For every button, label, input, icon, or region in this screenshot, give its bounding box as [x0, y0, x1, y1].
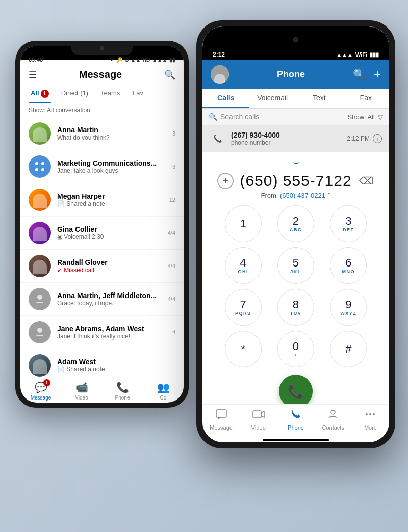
- conv-info: Marketing Communications... Jane: take a…: [57, 159, 166, 174]
- nav-video[interactable]: 📹 Video: [61, 381, 102, 401]
- key-4[interactable]: 4 GHI: [225, 247, 262, 284]
- phone1-device: 09:48 ✓ 🔑 ⊖ ▲▲ HD ▲▲▲ ▮▮ ☰ Message 🔍 All…: [15, 41, 189, 408]
- conv-info: Anna Martin, Jeff Middleton... Grace: to…: [57, 291, 162, 307]
- svg-point-3: [41, 168, 44, 171]
- phone2-bottom-nav: Message Video Phone Contacts: [202, 404, 389, 437]
- svg-point-2: [35, 168, 38, 171]
- search-placeholder: Search calls: [220, 113, 259, 121]
- conv-info: Jane Abrams, Adam West Jane: I think it'…: [57, 325, 166, 340]
- key-hash[interactable]: #: [330, 331, 367, 367]
- nav-message[interactable]: 💬 1 Message: [20, 381, 61, 401]
- tab-calls[interactable]: Calls: [202, 89, 249, 108]
- search-icon[interactable]: 🔍: [164, 69, 175, 81]
- add-icon[interactable]: +: [374, 67, 381, 82]
- avatar: [29, 155, 51, 178]
- list-item[interactable]: Adam West 📄 Shared a note: [20, 349, 184, 377]
- search-icon[interactable]: 🔍: [353, 68, 366, 81]
- wifi-icon: WiFi: [355, 51, 367, 58]
- contacts-icon: 👥: [157, 381, 170, 393]
- phone2-status-icons: ▲▲▲ WiFi ▮▮▮: [336, 51, 379, 58]
- add-to-call-button[interactable]: +: [217, 173, 234, 189]
- key-0[interactable]: 0 +: [277, 331, 314, 367]
- message-nav-icon: [215, 409, 227, 423]
- phone1-app-title: Message: [79, 69, 122, 81]
- checkmark-icon: ✓: [110, 57, 114, 63]
- phone1-screen: 09:48 ✓ 🔑 ⊖ ▲▲ HD ▲▲▲ ▮▮ ☰ Message 🔍 All…: [20, 46, 184, 403]
- nav-phone[interactable]: 📞 Phone: [102, 381, 143, 401]
- key-5[interactable]: 5 JKL: [277, 247, 314, 284]
- wifi-icon: ▲▲: [131, 57, 141, 63]
- tab-fav[interactable]: Fav: [130, 85, 145, 103]
- avatar: [29, 288, 51, 310]
- show-conversations-bar: Show: All conversation: [20, 103, 184, 117]
- key-2[interactable]: 2 ABC: [277, 205, 314, 242]
- list-item[interactable]: Jane Abrams, Adam West Jane: I think it'…: [20, 316, 184, 349]
- key-8[interactable]: 8 TUV: [277, 289, 314, 326]
- video-icon: 📹: [75, 381, 88, 393]
- list-item[interactable]: Marketing Communications... Jane: take a…: [20, 150, 184, 183]
- nav-video[interactable]: Video: [240, 409, 277, 431]
- phone2-app-title: Phone: [277, 69, 305, 80]
- keypad: 1 2 ABC 3 DEF 4 GHI 5 JKL: [219, 205, 372, 367]
- key-9[interactable]: 9 WXYZ: [330, 289, 367, 326]
- dialer-number-row: + (650) 555-7122 ⌫: [211, 172, 381, 190]
- call-info: (267) 930-4000 phone number: [231, 131, 347, 146]
- key-1[interactable]: 1: [225, 205, 262, 242]
- nav-phone[interactable]: Phone: [277, 409, 314, 431]
- more-nav-icon: [365, 409, 376, 423]
- key-3[interactable]: 3 DEF: [330, 205, 367, 242]
- nav-contacts[interactable]: 👥 Co: [143, 381, 184, 401]
- call-button-wrap: 📞: [279, 375, 313, 404]
- nav-contacts[interactable]: Contacts: [315, 409, 352, 431]
- nav-message[interactable]: Message: [202, 409, 240, 431]
- phone1-status-icons: ✓ 🔑 ⊖ ▲▲ HD ▲▲▲ ▮▮: [110, 57, 175, 63]
- avatar: [29, 222, 51, 244]
- call-direction-icon: [210, 130, 226, 147]
- phone-icon: 📞: [116, 381, 129, 393]
- phone2-camera: [293, 37, 298, 42]
- show-all-filter[interactable]: Show: All ▽: [348, 113, 383, 121]
- list-item[interactable]: Gina Collier ◉ Voicemail 2:30 4/4: [20, 217, 184, 250]
- svg-point-1: [41, 162, 44, 165]
- svg-rect-7: [253, 411, 261, 418]
- avatar: [29, 321, 51, 343]
- signal-icon: ▲▲▲: [152, 57, 167, 63]
- tab-direct[interactable]: Direct (1): [59, 85, 90, 103]
- message-icon: 💬 1: [35, 381, 47, 393]
- key-6[interactable]: 6 MNO: [330, 247, 367, 284]
- nav-more[interactable]: More: [352, 409, 389, 431]
- search-input-area[interactable]: 🔍 Search calls: [209, 113, 259, 121]
- tab-fax[interactable]: Fax: [343, 89, 390, 108]
- call-timestamp: 2:12 PM: [347, 135, 370, 142]
- phone2-header: Phone 🔍 +: [202, 60, 389, 89]
- dial-call-button[interactable]: 📞: [279, 375, 313, 404]
- phone1-header: ☰ Message 🔍: [20, 65, 184, 85]
- backspace-button[interactable]: ⌫: [358, 173, 374, 189]
- tab-teams[interactable]: Teams: [98, 85, 122, 103]
- battery-icon: ▮▮▮: [370, 51, 379, 58]
- phone2-tabs: Calls Voicemail Text Fax: [202, 89, 389, 109]
- phone2-device: 2:12 ▲▲▲ WiFi ▮▮▮ Phone 🔍 +: [196, 20, 395, 448]
- info-icon[interactable]: i: [373, 134, 382, 143]
- call-log-item[interactable]: (267) 930-4000 phone number 2:12 PM i: [202, 125, 389, 152]
- svg-point-4: [37, 295, 42, 300]
- key-star[interactable]: *: [225, 331, 262, 367]
- list-item[interactable]: Randall Glover ↙ Missed call 4/4: [20, 250, 184, 283]
- svg-point-10: [369, 413, 371, 415]
- signal-bars-icon: ▲▲▲: [336, 51, 353, 58]
- chevron-down-icon[interactable]: ⌣: [293, 156, 299, 168]
- list-item[interactable]: Anna Martin What do you think? 3: [20, 117, 184, 150]
- hamburger-icon[interactable]: ☰: [29, 69, 37, 81]
- battery-icon: ▮▮: [169, 57, 175, 63]
- key-7[interactable]: 7 PQRS: [225, 289, 262, 326]
- phone1-notch: [71, 46, 133, 55]
- tab-text[interactable]: Text: [296, 89, 343, 108]
- phone2-notch-area: [202, 26, 389, 49]
- message-badge: 1: [43, 379, 50, 386]
- list-item[interactable]: Megan Harper 📄 Shared a note 12: [20, 183, 184, 217]
- tab-all[interactable]: All1: [29, 85, 51, 103]
- tab-voicemail[interactable]: Voicemail: [249, 89, 296, 108]
- list-item[interactable]: Anna Martin, Jeff Middleton... Grace: to…: [20, 283, 184, 316]
- all-badge: 1: [41, 90, 49, 98]
- phone2-time: 2:12: [213, 51, 225, 58]
